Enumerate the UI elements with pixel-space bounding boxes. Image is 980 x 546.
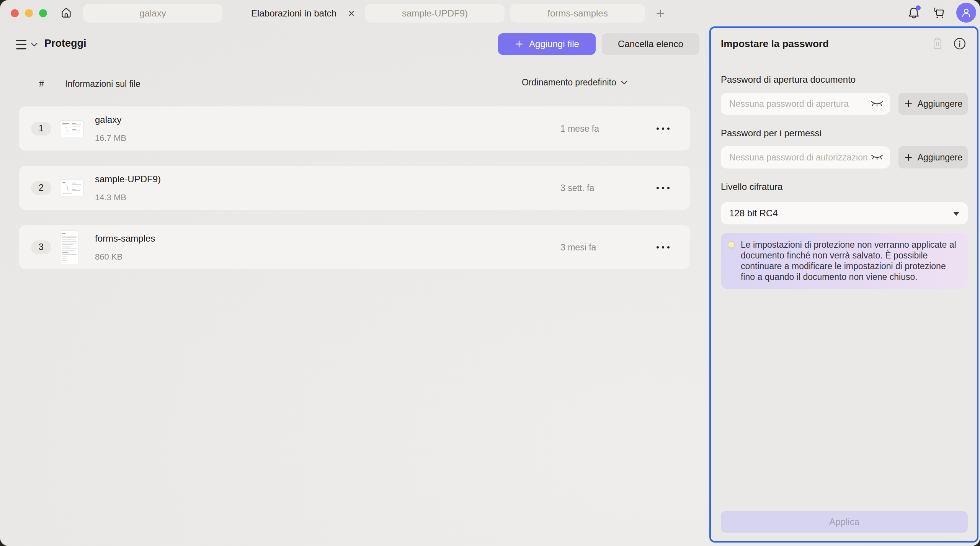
add-file-label: Aggiungi file xyxy=(529,39,579,49)
plus-icon xyxy=(655,8,665,18)
table-row[interactable]: 2 sample-UPDF9) 14.3 MB 3 sett. xyxy=(19,166,690,210)
hamburger-icon xyxy=(16,40,26,49)
encryption-level-select[interactable]: 128 bit RC4 xyxy=(721,202,968,224)
store-cart-button[interactable] xyxy=(931,4,947,21)
info-button[interactable] xyxy=(952,36,968,52)
clear-list-button[interactable]: Cancella elenco xyxy=(602,33,699,55)
encryption-level-label: Livello cifratura xyxy=(721,181,968,192)
table-row[interactable]: 3 forms-samples 860 KB 3 mesi fa xyxy=(19,225,690,269)
open-password-row: Aggiungere xyxy=(721,93,968,115)
add-file-button[interactable]: Aggiungi file xyxy=(498,33,596,55)
open-password-label: Password di apertura documento xyxy=(721,74,968,85)
open-password-input[interactable] xyxy=(721,93,890,115)
divider xyxy=(721,58,968,58)
new-tab-button[interactable] xyxy=(652,5,668,21)
toggle-password-visibility-button[interactable] xyxy=(869,150,885,165)
tab-label: forms-samples xyxy=(547,8,608,19)
tab-label: galaxy xyxy=(139,8,166,19)
close-icon xyxy=(348,10,355,17)
file-modified: 3 mesi fa xyxy=(560,242,596,252)
file-modified: 3 sett. fa xyxy=(560,183,594,193)
tab-elaborazioni-in-batch[interactable]: Elaborazioni in batch xyxy=(228,4,359,23)
panel-actions xyxy=(929,36,968,52)
user-avatar-icon xyxy=(960,6,973,19)
bulb-icon xyxy=(726,239,738,282)
add-button-label: Aggiungere xyxy=(918,99,963,109)
file-size: 860 KB xyxy=(95,252,122,262)
tab-forms-samples[interactable]: forms-samples xyxy=(510,4,645,23)
delete-settings-button[interactable] xyxy=(929,36,946,52)
add-permission-password-button[interactable]: Aggiungere xyxy=(898,146,968,168)
encryption-level-value: 128 bit RC4 xyxy=(729,208,778,219)
column-header-info: Informazioni sul file xyxy=(65,79,140,89)
tab-bar: galaxy Elaborazioni in batch sample-UPDF… xyxy=(83,4,668,23)
home-button[interactable] xyxy=(57,5,75,21)
file-size: 14.3 MB xyxy=(95,193,126,203)
file-size: 16.7 MB xyxy=(95,133,126,143)
file-name: forms-samples xyxy=(95,233,155,244)
toggle-password-visibility-button[interactable] xyxy=(869,96,885,111)
sort-label: Ordinamento predefinito xyxy=(522,77,616,88)
add-open-password-button[interactable]: Aggiungere xyxy=(898,93,968,115)
tab-label: Elaborazioni in batch xyxy=(251,8,336,19)
permission-password-row: Aggiungere xyxy=(721,146,968,168)
protection-note-text: Le impostazioni di protezione non verran… xyxy=(741,239,958,282)
fullscreen-window-button[interactable] xyxy=(39,9,47,17)
tab-sample-updf9[interactable]: sample-UPDF9) xyxy=(365,4,505,23)
titlebar: galaxy Elaborazioni in batch sample-UPDF… xyxy=(0,0,980,24)
file-list: 1 galaxy 16.7 MB 1 xyxy=(19,106,690,284)
add-button-label: Aggiungere xyxy=(918,152,963,163)
protection-note: Le impostazioni di protezione non verran… xyxy=(721,233,968,289)
minimize-window-button[interactable] xyxy=(25,9,33,17)
permission-password-field xyxy=(721,146,890,168)
titlebar-actions xyxy=(906,3,976,23)
caret-down-icon xyxy=(953,212,959,216)
chevron-down-icon xyxy=(31,43,38,47)
file-thumbnail xyxy=(60,231,78,264)
permission-password-input[interactable] xyxy=(721,146,890,168)
row-more-button[interactable] xyxy=(650,180,676,196)
traffic-lights xyxy=(11,9,47,17)
plus-icon xyxy=(514,39,524,49)
chevron-down-icon xyxy=(621,80,627,85)
row-more-button[interactable] xyxy=(650,239,676,256)
clear-list-label: Cancella elenco xyxy=(618,39,683,49)
close-window-button[interactable] xyxy=(11,9,19,17)
file-thumbnail xyxy=(60,180,83,196)
plus-icon xyxy=(904,99,913,108)
permission-password-label: Password per i permessi xyxy=(721,128,968,139)
plus-icon xyxy=(904,153,913,162)
panel-title: Impostare la password xyxy=(721,38,929,50)
tool-menu-button[interactable] xyxy=(16,36,41,53)
home-icon xyxy=(60,7,72,19)
apply-button[interactable]: Applica xyxy=(721,511,968,533)
page-title: Proteggi xyxy=(44,38,87,49)
file-thumbnail xyxy=(60,121,83,137)
tab-label: sample-UPDF9) xyxy=(402,8,468,19)
row-index-badge: 1 xyxy=(31,122,51,136)
row-more-button[interactable] xyxy=(650,120,676,137)
sort-dropdown[interactable]: Ordinamento predefinito xyxy=(522,77,627,88)
open-password-field xyxy=(721,93,890,115)
tab-galaxy[interactable]: galaxy xyxy=(83,4,222,23)
file-modified: 1 mese fa xyxy=(560,123,599,134)
close-tab-button[interactable] xyxy=(345,7,358,20)
panel-header: Impostare la password xyxy=(721,36,968,52)
row-index-badge: 3 xyxy=(31,240,51,254)
file-name: galaxy xyxy=(95,114,121,125)
trash-icon xyxy=(931,36,944,51)
account-avatar[interactable] xyxy=(956,3,976,23)
info-icon xyxy=(953,37,966,50)
column-header-number: # xyxy=(39,79,44,89)
set-password-panel: Impostare la password xyxy=(709,26,978,543)
notification-dot xyxy=(916,5,921,10)
eye-closed-icon xyxy=(871,100,884,107)
app-window: galaxy Elaborazioni in batch sample-UPDF… xyxy=(0,0,980,546)
notifications-button[interactable] xyxy=(906,4,922,21)
eye-closed-icon xyxy=(871,154,884,161)
file-name: sample-UPDF9) xyxy=(95,174,161,185)
apply-label: Applica xyxy=(829,517,859,527)
table-row[interactable]: 1 galaxy 16.7 MB 1 xyxy=(19,106,690,150)
row-index-badge: 2 xyxy=(31,181,51,195)
cart-icon xyxy=(932,5,946,20)
